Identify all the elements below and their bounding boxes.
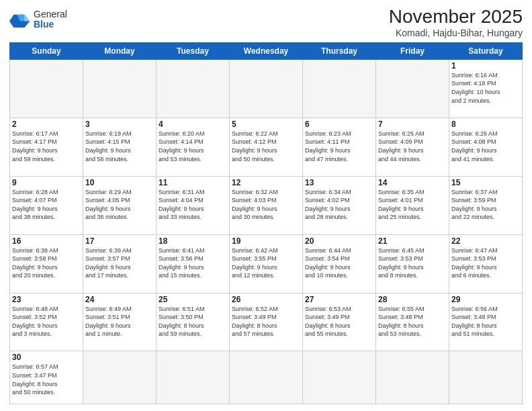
day-info: Sunrise: 6:47 AM Sunset: 3:53 PM Dayligh… (451, 247, 498, 279)
logo-text-general: General (34, 9, 67, 19)
day-number: 20 (305, 236, 373, 246)
calendar-cell: 30Sunrise: 6:57 AM Sunset: 3:47 PM Dayli… (10, 351, 83, 404)
calendar-cell: 16Sunrise: 6:38 AM Sunset: 3:58 PM Dayli… (10, 234, 83, 293)
day-number: 13 (305, 178, 373, 187)
calendar-cell: 24Sunrise: 6:49 AM Sunset: 3:51 PM Dayli… (83, 293, 157, 351)
day-info: Sunrise: 6:23 AM Sunset: 4:11 PM Dayligh… (305, 130, 351, 163)
calendar-cell (157, 351, 230, 404)
day-info: Sunrise: 6:44 AM Sunset: 3:54 PM Dayligh… (305, 247, 351, 279)
calendar-cell: 11Sunrise: 6:31 AM Sunset: 4:04 PM Dayli… (157, 176, 230, 234)
header-monday: Monday (83, 42, 157, 59)
day-info: Sunrise: 6:39 AM Sunset: 3:57 PM Dayligh… (85, 247, 132, 279)
day-info: Sunrise: 6:55 AM Sunset: 3:48 PM Dayligh… (378, 306, 425, 338)
day-info: Sunrise: 6:51 AM Sunset: 3:50 PM Dayligh… (159, 306, 205, 338)
calendar-cell: 22Sunrise: 6:47 AM Sunset: 3:53 PM Dayli… (449, 234, 523, 293)
calendar-cell: 3Sunrise: 6:19 AM Sunset: 4:15 PM Daylig… (83, 118, 157, 176)
calendar-cell: 29Sunrise: 6:56 AM Sunset: 3:48 PM Dayli… (449, 293, 523, 351)
day-number: 10 (85, 178, 154, 187)
header-friday: Friday (376, 42, 449, 59)
calendar-cell (83, 59, 157, 118)
calendar-cell (376, 351, 449, 404)
day-number: 29 (451, 295, 520, 304)
calendar-cell: 7Sunrise: 6:25 AM Sunset: 4:09 PM Daylig… (376, 118, 449, 176)
weekday-header-row: Sunday Monday Tuesday Wednesday Thursday… (10, 42, 523, 59)
day-number: 7 (378, 120, 447, 129)
logo-icon (9, 10, 31, 29)
day-number: 12 (232, 178, 300, 187)
calendar-table: Sunday Monday Tuesday Wednesday Thursday… (9, 42, 523, 404)
day-info: Sunrise: 6:57 AM Sunset: 3:47 PM Dayligh… (12, 363, 58, 396)
day-number: 25 (159, 295, 227, 304)
calendar-cell: 21Sunrise: 6:45 AM Sunset: 3:53 PM Dayli… (376, 234, 449, 293)
day-number: 6 (305, 120, 373, 129)
calendar-cell: 5Sunrise: 6:22 AM Sunset: 4:12 PM Daylig… (230, 118, 303, 176)
logo: General Blue (9, 9, 67, 30)
location-subtitle: Komadi, Hajdu-Bihar, Hungary (389, 28, 523, 38)
day-info: Sunrise: 6:29 AM Sunset: 4:05 PM Dayligh… (85, 189, 132, 221)
day-info: Sunrise: 6:17 AM Sunset: 4:17 PM Dayligh… (12, 130, 58, 163)
day-number: 8 (451, 120, 520, 129)
calendar-cell: 26Sunrise: 6:52 AM Sunset: 3:49 PM Dayli… (230, 293, 303, 351)
calendar-cell: 9Sunrise: 6:28 AM Sunset: 4:07 PM Daylig… (10, 176, 83, 234)
day-info: Sunrise: 6:32 AM Sunset: 4:03 PM Dayligh… (232, 189, 278, 221)
calendar-cell (230, 59, 303, 118)
day-number: 23 (12, 295, 81, 304)
day-number: 2 (12, 120, 81, 129)
day-info: Sunrise: 6:49 AM Sunset: 3:51 PM Dayligh… (85, 306, 132, 338)
calendar-cell: 15Sunrise: 6:37 AM Sunset: 3:59 PM Dayli… (449, 176, 523, 234)
header-wednesday: Wednesday (230, 42, 303, 59)
calendar-cell: 27Sunrise: 6:53 AM Sunset: 3:49 PM Dayli… (303, 293, 376, 351)
day-info: Sunrise: 6:53 AM Sunset: 3:49 PM Dayligh… (305, 306, 351, 338)
header-saturday: Saturday (449, 42, 523, 59)
calendar-cell (157, 59, 230, 118)
logo-text-blue: Blue (34, 19, 67, 30)
header-thursday: Thursday (303, 42, 376, 59)
day-number: 24 (85, 295, 154, 304)
day-number: 17 (85, 236, 154, 246)
day-number: 16 (12, 236, 81, 246)
day-number: 9 (12, 178, 81, 187)
calendar-cell (303, 351, 376, 404)
day-info: Sunrise: 6:28 AM Sunset: 4:07 PM Dayligh… (12, 189, 58, 221)
day-number: 14 (378, 178, 447, 187)
day-info: Sunrise: 6:52 AM Sunset: 3:49 PM Dayligh… (232, 306, 278, 338)
day-info: Sunrise: 6:48 AM Sunset: 3:52 PM Dayligh… (12, 306, 58, 338)
calendar-cell: 1Sunrise: 6:16 AM Sunset: 4:18 PM Daylig… (449, 59, 523, 118)
day-number: 4 (159, 120, 227, 129)
calendar-cell (303, 59, 376, 118)
day-info: Sunrise: 6:19 AM Sunset: 4:15 PM Dayligh… (85, 130, 132, 163)
calendar-cell: 17Sunrise: 6:39 AM Sunset: 3:57 PM Dayli… (83, 234, 157, 293)
day-info: Sunrise: 6:20 AM Sunset: 4:14 PM Dayligh… (159, 130, 205, 163)
day-number: 22 (451, 236, 520, 246)
calendar-cell: 8Sunrise: 6:26 AM Sunset: 4:08 PM Daylig… (449, 118, 523, 176)
day-info: Sunrise: 6:45 AM Sunset: 3:53 PM Dayligh… (378, 247, 425, 279)
calendar-cell (10, 59, 83, 118)
month-year-title: November 2025 (389, 7, 523, 28)
day-number: 5 (232, 120, 300, 129)
day-info: Sunrise: 6:25 AM Sunset: 4:09 PM Dayligh… (378, 130, 425, 163)
title-block: November 2025 Komadi, Hajdu-Bihar, Hunga… (389, 7, 523, 38)
calendar-cell: 12Sunrise: 6:32 AM Sunset: 4:03 PM Dayli… (230, 176, 303, 234)
calendar-cell: 14Sunrise: 6:35 AM Sunset: 4:01 PM Dayli… (376, 176, 449, 234)
day-info: Sunrise: 6:56 AM Sunset: 3:48 PM Dayligh… (451, 306, 498, 338)
day-info: Sunrise: 6:38 AM Sunset: 3:58 PM Dayligh… (12, 247, 58, 279)
calendar-cell (83, 351, 157, 404)
calendar-cell: 25Sunrise: 6:51 AM Sunset: 3:50 PM Dayli… (157, 293, 230, 351)
calendar-cell: 28Sunrise: 6:55 AM Sunset: 3:48 PM Dayli… (376, 293, 449, 351)
svg-marker-2 (24, 15, 30, 21)
day-number: 3 (85, 120, 154, 129)
day-info: Sunrise: 6:31 AM Sunset: 4:04 PM Dayligh… (159, 189, 205, 221)
calendar-cell (449, 351, 523, 404)
day-number: 19 (232, 236, 300, 246)
day-number: 18 (159, 236, 227, 246)
day-number: 28 (378, 295, 447, 304)
day-number: 26 (232, 295, 300, 304)
calendar-cell: 10Sunrise: 6:29 AM Sunset: 4:05 PM Dayli… (83, 176, 157, 234)
day-info: Sunrise: 6:26 AM Sunset: 4:08 PM Dayligh… (451, 130, 498, 163)
calendar-cell: 19Sunrise: 6:42 AM Sunset: 3:55 PM Dayli… (230, 234, 303, 293)
calendar-cell: 4Sunrise: 6:20 AM Sunset: 4:14 PM Daylig… (157, 118, 230, 176)
calendar-cell: 6Sunrise: 6:23 AM Sunset: 4:11 PM Daylig… (303, 118, 376, 176)
calendar-cell (230, 351, 303, 404)
day-info: Sunrise: 6:42 AM Sunset: 3:55 PM Dayligh… (232, 247, 278, 279)
day-info: Sunrise: 6:37 AM Sunset: 3:59 PM Dayligh… (451, 189, 498, 221)
